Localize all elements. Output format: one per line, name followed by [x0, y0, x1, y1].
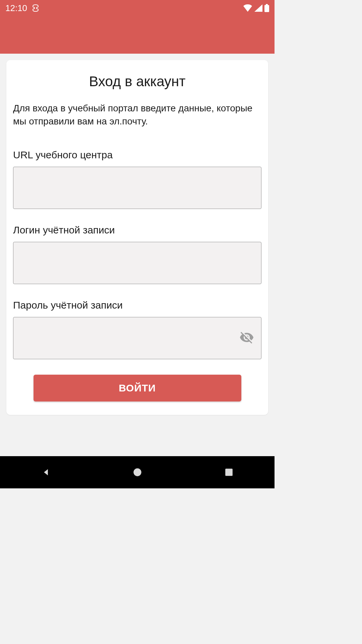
app-icon: [32, 4, 39, 12]
login-card: Вход в аккаунт Для входа в учебный порта…: [6, 60, 268, 415]
url-label: URL учебного центра: [13, 149, 261, 161]
svg-rect-0: [264, 5, 269, 12]
nav-back-button[interactable]: [28, 461, 64, 484]
status-left: 12:10: [5, 3, 39, 13]
header-bar: [0, 16, 275, 54]
status-bar: 12:10: [0, 0, 275, 16]
page-description: Для входа в учебный портал введите данны…: [13, 102, 261, 128]
status-time: 12:10: [5, 3, 27, 13]
battery-icon: [264, 4, 269, 12]
wifi-icon: [243, 4, 252, 12]
svg-rect-3: [225, 469, 233, 476]
eye-off-icon[interactable]: [239, 330, 254, 346]
nav-recent-button[interactable]: [211, 461, 247, 483]
page-title: Вход в аккаунт: [13, 73, 261, 90]
svg-point-2: [134, 468, 141, 476]
url-input[interactable]: [13, 167, 261, 209]
signal-icon: [254, 4, 262, 12]
nav-home-button[interactable]: [119, 461, 156, 484]
submit-button[interactable]: ВОЙТИ: [34, 375, 241, 401]
status-right: [243, 4, 269, 12]
password-label: Пароль учётной записи: [13, 300, 261, 311]
login-input[interactable]: [13, 242, 261, 284]
svg-rect-1: [266, 4, 268, 5]
content-area: Вход в аккаунт Для входа в учебный порта…: [0, 54, 275, 421]
password-input[interactable]: [13, 317, 261, 359]
password-form-group: Пароль учётной записи: [13, 300, 261, 359]
password-wrapper: [13, 317, 261, 359]
login-form-group: Логин учётной записи: [13, 224, 261, 284]
nav-bar: [0, 456, 275, 488]
url-form-group: URL учебного центра: [13, 149, 261, 209]
login-label: Логин учётной записи: [13, 224, 261, 236]
